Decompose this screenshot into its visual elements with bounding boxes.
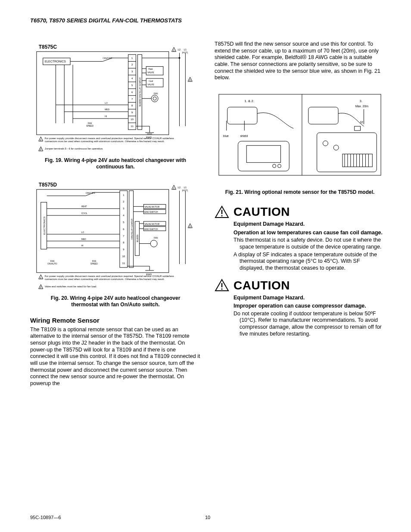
svg-text:ELECTRONICS: ELECTRONICS xyxy=(43,217,46,235)
svg-point-182 xyxy=(221,288,222,289)
svg-text:ML6830: ML6830 xyxy=(137,234,139,242)
svg-text:SPEED: SPEED xyxy=(86,125,93,127)
svg-text:10: 10 xyxy=(122,255,125,258)
wiring-remote-sensor-heading: Wiring Remote Sensor xyxy=(30,317,201,325)
svg-text:5: 5 xyxy=(123,221,125,224)
svg-text:2: 2 xyxy=(189,79,190,81)
svg-text:11: 11 xyxy=(122,262,125,264)
svg-text:LO: LO xyxy=(81,231,84,233)
svg-text:(HOT): (HOT) xyxy=(182,190,188,192)
svg-text:1: 1 xyxy=(173,187,174,190)
svg-text:ELECTRONICS: ELECTRONICS xyxy=(45,60,66,63)
svg-text:5: 5 xyxy=(131,84,133,87)
caution-block-2: CAUTION Equipment Damage Hazard. Imprope… xyxy=(215,278,385,338)
svg-text:VALVE: VALVE xyxy=(147,84,154,86)
svg-text:HEAT: HEAT xyxy=(81,205,87,208)
svg-text:L1: L1 xyxy=(184,186,187,189)
svg-text:3.: 3. xyxy=(360,99,363,103)
svg-point-179 xyxy=(221,215,222,216)
svg-text:END SWITCH: END SWITCH xyxy=(144,211,158,213)
svg-text:Cool: Cool xyxy=(149,80,153,82)
running-header: T6570, T8570 SERIES DIGITAL FAN-COIL THE… xyxy=(30,17,385,24)
svg-point-176 xyxy=(333,145,339,150)
svg-text:2: 2 xyxy=(123,200,124,203)
svg-text:1: 1 xyxy=(40,277,41,279)
svg-text:VALVE: VALVE xyxy=(147,72,154,74)
footer-page-number: 10 xyxy=(205,515,210,520)
fig19-schematic: T8575C ELECTRONICS ON/OFF xyxy=(30,41,201,154)
svg-text:10: 10 xyxy=(131,118,134,121)
svg-point-159 xyxy=(273,164,276,168)
caution-subhead-2a: Equipment Damage Hazard. xyxy=(234,295,385,302)
svg-point-46 xyxy=(151,95,158,102)
svg-text:3: 3 xyxy=(131,70,133,73)
svg-text:3: 3 xyxy=(123,207,125,210)
svg-text:Max. 20m: Max. 20m xyxy=(355,104,369,107)
svg-text:FAN RELAY CENTER: FAN RELAY CENTER xyxy=(131,218,133,240)
svg-rect-174 xyxy=(355,126,361,131)
svg-text:blue: blue xyxy=(223,134,229,137)
svg-text:2: 2 xyxy=(189,225,190,228)
fig21-svg: 1. & 2. 3. Max. 20m blue shield J2 xyxy=(215,90,385,184)
svg-text:FAN: FAN xyxy=(154,237,158,239)
svg-rect-158 xyxy=(246,145,280,162)
svg-rect-161 xyxy=(308,107,338,124)
svg-text:MED: MED xyxy=(105,109,109,111)
svg-text:2: 2 xyxy=(131,63,133,66)
svg-text:8: 8 xyxy=(131,104,133,107)
svg-text:LO: LO xyxy=(105,102,108,104)
warning-triangle-icon xyxy=(215,205,229,218)
svg-point-175 xyxy=(323,141,328,146)
svg-text:Heat: Heat xyxy=(148,68,153,70)
caution-subhead-1a: Equipment Damage Hazard. xyxy=(234,221,385,228)
svg-text:VALVE MOTOR: VALVE MOTOR xyxy=(144,223,159,225)
caution-body-1a: This thermostat is not a safety device. … xyxy=(234,237,385,250)
footer-doc-number: 95C-10897—6 xyxy=(30,515,61,520)
caution-block-1: CAUTION Equipment Damage Hazard. Operati… xyxy=(215,204,385,271)
svg-text:ON/OFF: ON/OFF xyxy=(103,57,112,59)
svg-text:T8575D: T8575D xyxy=(39,182,57,188)
wiring-remote-sensor-text: The T8109 is a optional remote sensor th… xyxy=(30,327,201,387)
svg-text:FAN: FAN xyxy=(50,260,55,262)
svg-text:COOL: COOL xyxy=(81,212,87,215)
warning-triangle-icon: 1 xyxy=(172,185,176,190)
svg-rect-164 xyxy=(342,154,372,167)
svg-text:7: 7 xyxy=(123,235,124,237)
svg-text:2: 2 xyxy=(40,286,41,289)
svg-text:1: 1 xyxy=(40,139,41,141)
two-column-layout: T8575C ELECTRONICS ON/OFF xyxy=(30,41,385,391)
caution-subhead-2b: Improper operation can cause compressor … xyxy=(234,303,385,310)
continuation-paragraph: T8575D will find the new sensor source a… xyxy=(215,41,385,81)
svg-text:9: 9 xyxy=(131,111,133,114)
svg-point-127 xyxy=(150,240,157,247)
warning-triangle-icon: 2 xyxy=(188,224,192,228)
caution-heading: CAUTION xyxy=(215,204,385,219)
svg-text:VALVE MOTOR: VALVE MOTOR xyxy=(144,206,159,208)
caution-word: CAUTION xyxy=(234,204,290,219)
svg-text:ON/AUTO: ON/AUTO xyxy=(47,263,57,265)
caution-body-1b: A display of SF indicates a space temper… xyxy=(234,252,385,272)
svg-text:MED: MED xyxy=(81,238,86,240)
fig20-caption: Fig. 20. Wiring 4-pipe 24V auto heat/coo… xyxy=(39,295,192,308)
svg-text:ML6830 FAN RELAY CENTER: ML6830 FAN RELAY CENTER xyxy=(139,78,141,107)
svg-text:11: 11 xyxy=(131,125,134,128)
svg-text:L2: L2 xyxy=(178,186,181,189)
svg-text:2: 2 xyxy=(40,148,41,151)
caution-word: CAUTION xyxy=(234,278,290,293)
svg-text:shield: shield xyxy=(240,134,248,137)
caution-subhead-1b: Operation at low temperatures can cause … xyxy=(234,230,385,236)
svg-text:(HOT): (HOT) xyxy=(182,52,188,54)
svg-text:1: 1 xyxy=(123,194,124,196)
right-column: T8575D will find the new sensor source a… xyxy=(215,41,385,391)
svg-rect-1 xyxy=(37,52,169,135)
fig19-svg: T8575C ELECTRONICS ON/OFF xyxy=(30,41,201,152)
svg-rect-154 xyxy=(227,107,257,124)
svg-text:HI: HI xyxy=(81,245,84,247)
warning-triangle-icon: 2 xyxy=(188,77,192,81)
svg-text:END SWITCH: END SWITCH xyxy=(144,228,158,230)
svg-text:L2: L2 xyxy=(178,48,181,51)
svg-text:1.  &  2.: 1. & 2. xyxy=(244,99,254,103)
svg-text:FAN: FAN xyxy=(154,93,158,95)
caution-body-2a: Do not operate cooling if outdoor temper… xyxy=(234,311,385,338)
fig21-caption: Fig. 21. Wiring optional remote sensor f… xyxy=(223,189,377,196)
